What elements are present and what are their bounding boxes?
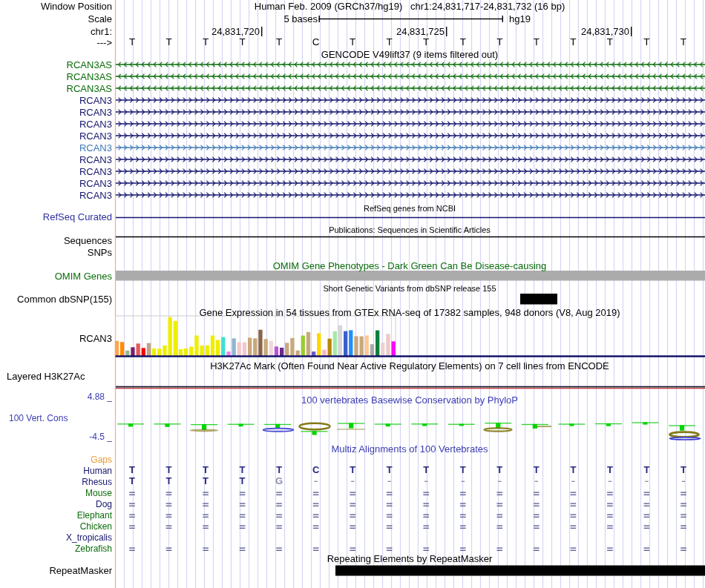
svg-text:T: T	[387, 36, 393, 47]
svg-text:RCAN3: RCAN3	[79, 178, 112, 189]
svg-text:T: T	[460, 36, 466, 47]
svg-text:RefSeq Curated: RefSeq Curated	[43, 211, 112, 222]
svg-text:G: G	[275, 475, 283, 486]
svg-text:OMIM Gene Phenotypes - Dark Gr: OMIM Gene Phenotypes - Dark Green Can Be…	[273, 260, 547, 271]
svg-text:T: T	[681, 464, 686, 475]
svg-text:T: T	[166, 464, 172, 475]
svg-text:Dog: Dog	[96, 499, 112, 509]
svg-text:T: T	[570, 464, 576, 475]
svg-text:RCAN3AS: RCAN3AS	[67, 83, 113, 94]
svg-text:T: T	[240, 475, 246, 486]
svg-text:T: T	[534, 464, 540, 475]
svg-text:T: T	[350, 36, 355, 47]
svg-text:T: T	[534, 36, 540, 47]
svg-text:Chicken: Chicken	[80, 521, 112, 532]
svg-text:Layered H3K27Ac: Layered H3K27Ac	[7, 371, 85, 382]
svg-text:T: T	[165, 36, 171, 47]
svg-text:T: T	[607, 464, 613, 475]
svg-text:RCAN3: RCAN3	[79, 95, 112, 106]
svg-text:24,831,725: 24,831,725	[396, 26, 445, 37]
svg-text:Repeating Elements by RepeatMa: Repeating Elements by RepeatMasker	[327, 553, 493, 564]
svg-text:Window Position: Window Position	[41, 1, 112, 12]
svg-text:5 bases: 5 bases	[283, 13, 318, 24]
svg-text:RCAN3: RCAN3	[79, 190, 112, 201]
svg-text:RCAN3: RCAN3	[79, 333, 112, 344]
svg-text:RCAN3: RCAN3	[79, 131, 112, 142]
svg-text:RCAN3: RCAN3	[79, 107, 112, 118]
svg-text:Gene Expression in 54 tissues: Gene Expression in 54 tissues from GTEx …	[199, 307, 620, 318]
svg-text:24,831,730: 24,831,730	[581, 26, 629, 37]
svg-text:--->: --->	[96, 37, 112, 48]
svg-text:T: T	[681, 36, 686, 47]
svg-text:C: C	[312, 36, 320, 47]
svg-text:T: T	[240, 464, 246, 475]
svg-text:T: T	[460, 464, 466, 475]
svg-text:RCAN3: RCAN3	[79, 119, 112, 130]
svg-text:Human: Human	[83, 466, 112, 476]
svg-text:T: T	[350, 464, 355, 475]
svg-text:4.88 _: 4.88 _	[88, 392, 113, 402]
svg-text:T: T	[203, 475, 209, 486]
svg-text:Short Genetic Variants from db: Short Genetic Variants from dbSNP releas…	[323, 284, 496, 293]
svg-text:OMIM Genes: OMIM Genes	[55, 271, 113, 282]
svg-text:X_tropicalis: X_tropicalis	[66, 532, 112, 543]
svg-text:T: T	[129, 36, 135, 47]
svg-text:Rhesus: Rhesus	[82, 477, 112, 487]
svg-text:T: T	[423, 36, 429, 47]
svg-text:RCAN3: RCAN3	[79, 154, 112, 165]
svg-text:RCAN3: RCAN3	[79, 142, 112, 153]
svg-text:RCAN3AS: RCAN3AS	[67, 59, 113, 70]
svg-text:T: T	[496, 464, 502, 475]
svg-text:T: T	[643, 36, 649, 47]
svg-text:chr1:: chr1:	[91, 26, 112, 37]
svg-text:T: T	[276, 464, 282, 475]
svg-text:100 Vert. Cons: 100 Vert. Cons	[9, 413, 68, 423]
svg-text:T: T	[166, 475, 172, 486]
svg-text:SNPs: SNPs	[88, 247, 113, 258]
svg-text:T: T	[129, 475, 135, 486]
svg-text:Scale: Scale	[88, 13, 112, 24]
svg-text:T: T	[387, 464, 393, 475]
svg-text:T: T	[607, 36, 613, 47]
svg-text:Zebrafish: Zebrafish	[75, 544, 112, 554]
svg-text:RCAN3: RCAN3	[79, 166, 112, 177]
svg-text:T: T	[129, 464, 135, 475]
svg-text:Human Feb. 2009 (GRCh37/hg19): Human Feb. 2009 (GRCh37/hg19) chr1:24,83…	[255, 1, 565, 12]
svg-text:GENCODE V49lift37 (9 items fil: GENCODE V49lift37 (9 items filtered out)	[321, 49, 498, 60]
svg-text:T: T	[496, 36, 502, 47]
svg-text:T: T	[423, 464, 429, 475]
svg-text:RCAN3AS: RCAN3AS	[67, 71, 113, 82]
svg-text:RepeatMasker: RepeatMasker	[49, 565, 112, 576]
svg-text:C: C	[312, 464, 320, 475]
svg-text:T: T	[570, 36, 576, 47]
svg-text:Sequences: Sequences	[64, 235, 113, 246]
svg-text:T: T	[203, 464, 209, 475]
svg-text:Multiz Alignments of 100 Verte: Multiz Alignments of 100 Vertebrates	[331, 443, 488, 455]
svg-text:T: T	[203, 36, 209, 47]
svg-text:Mouse: Mouse	[85, 488, 112, 498]
svg-text:T: T	[643, 464, 649, 475]
svg-text:T: T	[276, 36, 282, 47]
svg-text:hg19: hg19	[509, 13, 531, 24]
svg-text:T: T	[239, 36, 245, 47]
svg-text:RefSeq genes from NCBI: RefSeq genes from NCBI	[364, 204, 456, 213]
svg-text:-4.5 _: -4.5 _	[89, 432, 112, 442]
svg-text:Elephant: Elephant	[77, 510, 113, 521]
svg-text:24,831,720: 24,831,720	[212, 26, 260, 37]
svg-text:Publications: Sequences in Sci: Publications: Sequences in Scientific Ar…	[329, 225, 491, 234]
svg-text:Gaps: Gaps	[91, 455, 112, 465]
svg-text:100 vertebrates Basewise Conse: 100 vertebrates Basewise Conservation by…	[301, 394, 518, 406]
svg-text:H3K27Ac Mark (Often Found Near: H3K27Ac Mark (Often Found Near Active Re…	[210, 360, 609, 371]
svg-text:Common dbSNP(155): Common dbSNP(155)	[17, 294, 112, 305]
